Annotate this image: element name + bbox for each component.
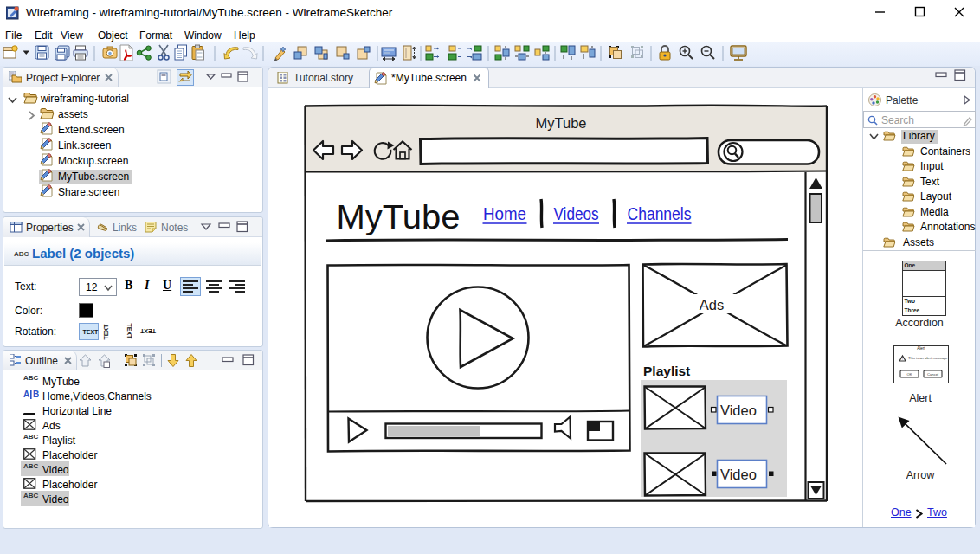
svg-text:OK: OK <box>906 372 912 377</box>
svg-text:Video: Video <box>720 467 757 482</box>
svg-text:MyTube: MyTube <box>536 115 587 131</box>
svg-text:Videos: Videos <box>554 203 599 223</box>
svg-text:Channels: Channels <box>628 203 692 223</box>
svg-text:TEXT: TEXT <box>103 324 109 340</box>
svg-text:Three: Three <box>905 307 920 313</box>
svg-text:Video: Video <box>720 403 757 418</box>
svg-text:TEXT: TEXT <box>126 324 132 340</box>
svg-text:Two: Two <box>905 298 916 304</box>
svg-text:TEXT: TEXT <box>139 328 156 334</box>
svg-text:Cancel: Cancel <box>927 372 938 377</box>
svg-text:Alert: Alert <box>917 346 925 351</box>
svg-text:A: A <box>23 390 29 399</box>
svg-text:This is an alert message: This is an alert message <box>908 356 948 360</box>
svg-text:Home: Home <box>483 203 526 223</box>
svg-text:Playlist: Playlist <box>643 364 690 378</box>
svg-text:TEXT: TEXT <box>83 329 100 335</box>
svg-text:One: One <box>905 262 916 268</box>
svg-text:B: B <box>33 390 39 399</box>
svg-text:Ads: Ads <box>700 297 724 312</box>
svg-text:MyTube: MyTube <box>337 198 461 235</box>
svg-text:!: ! <box>902 357 903 361</box>
